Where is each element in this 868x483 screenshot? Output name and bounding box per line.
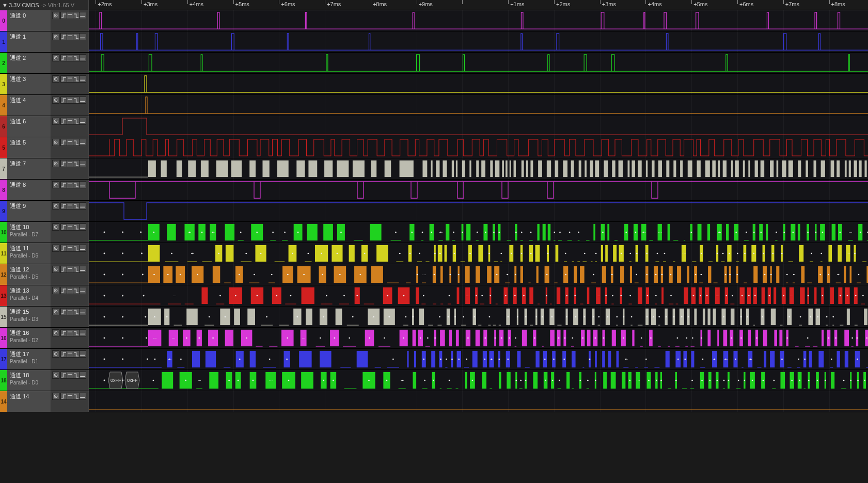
trigger-rising-icon[interactable]: [61, 118, 67, 124]
trigger-rising-icon[interactable]: [61, 203, 67, 209]
channel-color-strip[interactable]: 1: [0, 31, 7, 52]
trigger-rising-icon[interactable]: [61, 330, 67, 336]
trigger-falling-icon[interactable]: [73, 182, 80, 188]
gear-icon[interactable]: [52, 308, 59, 315]
channel-label-area[interactable]: 通道 11 Parallel - D6: [7, 243, 51, 264]
trigger-low-icon[interactable]: [80, 76, 86, 82]
trigger-falling-icon[interactable]: [73, 266, 80, 272]
trigger-falling-icon[interactable]: [73, 97, 80, 103]
trigger-falling-icon[interactable]: [73, 55, 80, 61]
trigger-falling-icon[interactable]: [73, 76, 80, 82]
gear-icon[interactable]: [52, 329, 59, 336]
channel-label-area[interactable]: 通道 4: [7, 95, 51, 116]
gear-icon[interactable]: [52, 350, 59, 358]
waveform-area[interactable]: ·········: [89, 243, 868, 264]
trigger-low-icon[interactable]: [80, 309, 86, 315]
trigger-high-icon[interactable]: [67, 309, 73, 315]
trigger-rising-icon[interactable]: [61, 97, 67, 103]
gear-icon[interactable]: [52, 96, 59, 104]
trigger-low-icon[interactable]: [80, 203, 86, 209]
gear-icon[interactable]: [52, 266, 59, 273]
waveform-area[interactable]: [89, 391, 868, 412]
channel-color-strip[interactable]: 15: [0, 307, 7, 327]
trigger-rising-icon[interactable]: [61, 34, 67, 40]
gear-icon[interactable]: [52, 54, 59, 61]
trigger-falling-icon[interactable]: [73, 287, 80, 294]
trigger-low-icon[interactable]: [80, 372, 86, 378]
trigger-high-icon[interactable]: [67, 182, 73, 188]
trigger-high-icon[interactable]: [67, 245, 73, 251]
channel-label-area[interactable]: 通道 2: [7, 53, 51, 73]
voltage-selector[interactable]: ▼ 3.3V CMOS -> Vth:1.65 V: [0, 0, 89, 10]
gear-icon[interactable]: [52, 139, 59, 146]
waveform-area[interactable]: [89, 10, 868, 31]
channel-color-strip[interactable]: 17: [0, 349, 7, 369]
channel-label-area[interactable]: 通道 1: [7, 31, 51, 52]
waveform-area[interactable]: ·····················: [89, 222, 868, 243]
trigger-falling-icon[interactable]: [73, 245, 80, 251]
channel-label-area[interactable]: 通道 12 Parallel - D5: [7, 264, 51, 285]
trigger-high-icon[interactable]: [67, 266, 73, 272]
channel-color-strip[interactable]: 9: [0, 201, 7, 221]
channel-color-strip[interactable]: 13: [0, 285, 7, 306]
waveform-area[interactable]: [89, 116, 868, 137]
trigger-high-icon[interactable]: [67, 160, 73, 167]
channel-color-strip[interactable]: 2: [0, 53, 7, 73]
trigger-high-icon[interactable]: [67, 372, 73, 378]
waveform-area[interactable]: ·········: [89, 264, 868, 285]
trigger-rising-icon[interactable]: [61, 160, 67, 167]
waveform-area[interactable]: ··················: [89, 349, 868, 369]
trigger-high-icon[interactable]: [67, 287, 73, 294]
gear-icon[interactable]: [52, 33, 59, 40]
trigger-low-icon[interactable]: [80, 245, 86, 251]
trigger-falling-icon[interactable]: [73, 330, 80, 336]
waveform-area[interactable]: [89, 201, 868, 221]
channel-label-area[interactable]: 通道 13 Parallel - D4: [7, 285, 51, 306]
channel-color-strip[interactable]: 16: [0, 328, 7, 348]
trigger-high-icon[interactable]: [67, 12, 73, 19]
trigger-high-icon[interactable]: [67, 224, 73, 230]
channel-label-area[interactable]: 通道 15 Parallel - D3: [7, 307, 51, 327]
waveform-area[interactable]: [89, 53, 868, 73]
channel-label-area[interactable]: 通道 17 Parallel - D1: [7, 349, 51, 369]
trigger-high-icon[interactable]: [67, 330, 73, 336]
waveform-area[interactable]: ···············: [89, 307, 868, 327]
trigger-low-icon[interactable]: [80, 287, 86, 294]
channel-label-area[interactable]: 通道 9: [7, 201, 51, 221]
trigger-high-icon[interactable]: [67, 55, 73, 61]
waveform-area[interactable]: 0xFF0xFF············: [89, 370, 868, 391]
trigger-low-icon[interactable]: [80, 224, 86, 230]
gear-icon[interactable]: [52, 75, 59, 83]
trigger-high-icon[interactable]: [67, 118, 73, 124]
channel-label-area[interactable]: 通道 14: [7, 391, 51, 412]
channel-color-strip[interactable]: 11: [0, 243, 7, 264]
trigger-rising-icon[interactable]: [61, 266, 67, 272]
gear-icon[interactable]: [52, 287, 59, 294]
trigger-falling-icon[interactable]: [73, 351, 80, 357]
trigger-rising-icon[interactable]: [61, 55, 67, 61]
trigger-high-icon[interactable]: [67, 351, 73, 357]
trigger-rising-icon[interactable]: [61, 309, 67, 315]
channel-color-strip[interactable]: 4: [0, 95, 7, 116]
trigger-rising-icon[interactable]: [61, 287, 67, 294]
channel-color-strip[interactable]: 12: [0, 264, 7, 285]
trigger-rising-icon[interactable]: [61, 224, 67, 230]
channel-label-area[interactable]: 通道 10 Parallel - D7: [7, 222, 51, 243]
channel-label-area[interactable]: 通道 18 Parallel - D0: [7, 370, 51, 391]
trigger-rising-icon[interactable]: [61, 76, 67, 82]
trigger-low-icon[interactable]: [80, 393, 86, 399]
channel-color-strip[interactable]: 0: [0, 10, 7, 31]
trigger-low-icon[interactable]: [80, 12, 86, 19]
trigger-falling-icon[interactable]: [73, 34, 80, 40]
trigger-falling-icon[interactable]: [73, 12, 80, 19]
trigger-falling-icon[interactable]: [73, 203, 80, 209]
trigger-low-icon[interactable]: [80, 182, 86, 188]
trigger-falling-icon[interactable]: [73, 372, 80, 378]
gear-icon[interactable]: [52, 393, 59, 400]
gear-icon[interactable]: [52, 202, 59, 210]
waveform-area[interactable]: ·········: [89, 328, 868, 348]
channel-color-strip[interactable]: 5: [0, 137, 7, 158]
gear-icon[interactable]: [52, 181, 59, 188]
gear-icon[interactable]: [52, 12, 59, 19]
trigger-high-icon[interactable]: [67, 76, 73, 82]
